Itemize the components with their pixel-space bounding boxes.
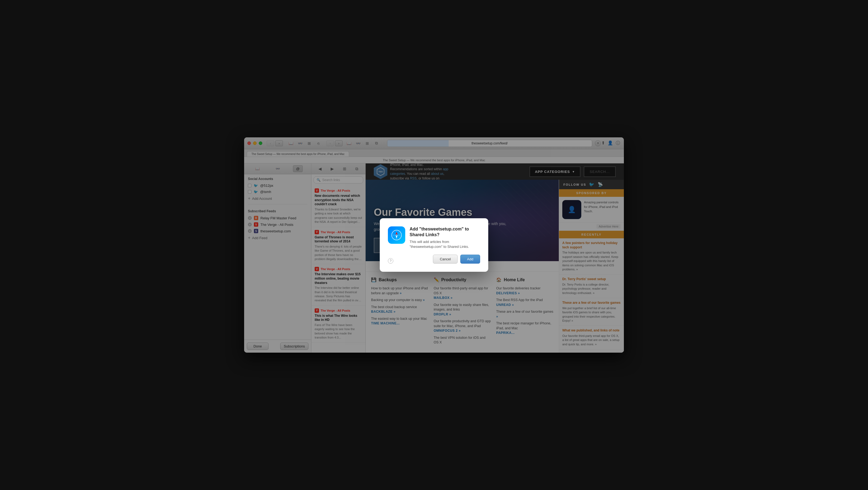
safari-icon xyxy=(388,226,405,244)
modal-help-icon[interactable]: ? xyxy=(388,258,393,264)
modal-text: Add "thesweetsetup.com" to Shared Links?… xyxy=(410,226,480,249)
modal-buttons: Cancel Add xyxy=(388,255,480,264)
add-shared-links-modal: Add "thesweetsetup.com" to Shared Links?… xyxy=(380,218,488,272)
modal-add-button[interactable]: Add xyxy=(460,255,480,264)
modal-cancel-button[interactable]: Cancel xyxy=(433,255,457,264)
safari-compass-svg xyxy=(391,230,402,240)
modal-header: Add "thesweetsetup.com" to Shared Links?… xyxy=(388,226,480,249)
modal-overlay: Add "thesweetsetup.com" to Shared Links?… xyxy=(0,0,868,490)
modal-subtitle: This will add articles from "thesweetset… xyxy=(410,239,480,249)
modal-title: Add "thesweetsetup.com" to Shared Links? xyxy=(410,226,480,238)
